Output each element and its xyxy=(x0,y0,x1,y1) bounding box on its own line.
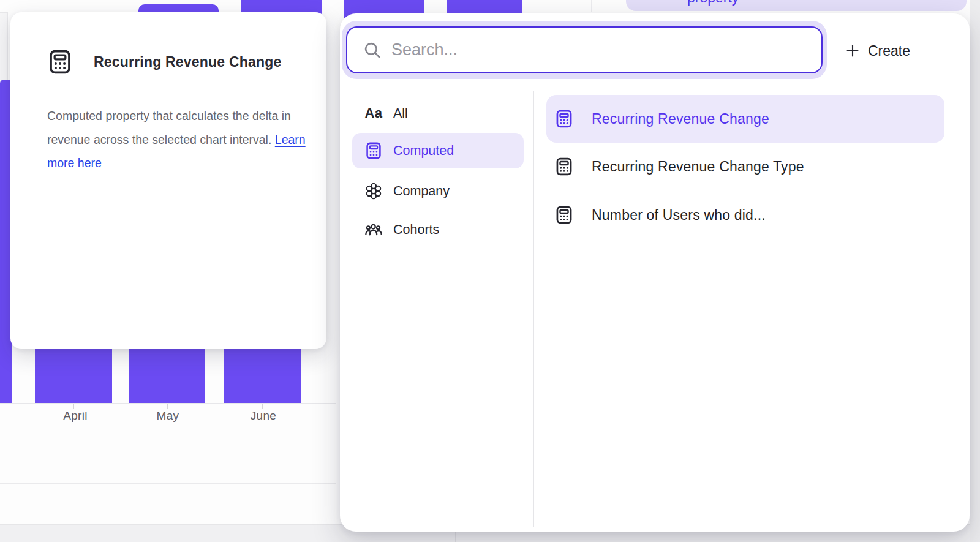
result-recurring-revenue-change-type[interactable]: Recurring Revenue Change Type xyxy=(546,143,944,190)
property-select-modal: Create Aa All Computed xyxy=(340,13,970,532)
search-focus-ring xyxy=(342,21,827,79)
axis-tick xyxy=(167,404,168,409)
chart-bottom-border xyxy=(0,483,336,484)
calculator-icon xyxy=(554,108,575,129)
company-cluster-icon xyxy=(363,181,384,201)
category-label: Computed xyxy=(393,143,454,159)
category-label: All xyxy=(393,106,408,121)
axis-label-april: April xyxy=(63,409,88,423)
tooltip-title: Recurring Revenue Change xyxy=(94,54,281,70)
calculator-icon xyxy=(363,140,384,161)
clipped-dropdown-text: property xyxy=(687,0,739,6)
property-tooltip-card: Recurring Revenue Change Computed proper… xyxy=(10,12,326,349)
modal-divider xyxy=(533,91,534,527)
page-right-strip xyxy=(970,0,980,542)
search-input[interactable] xyxy=(391,40,812,59)
cohorts-people-icon xyxy=(363,219,384,240)
axis-tick xyxy=(73,404,74,409)
calculator-icon xyxy=(554,156,575,177)
category-label: Company xyxy=(393,184,450,199)
text-format-icon: Aa xyxy=(363,103,384,124)
background-panel-corner xyxy=(0,12,8,80)
category-all[interactable]: Aa All xyxy=(352,96,524,131)
result-label: Number of Users who did... xyxy=(592,207,766,224)
axis-tick xyxy=(262,404,263,409)
category-company[interactable]: Company xyxy=(352,173,524,209)
background-panel-edge xyxy=(591,0,592,12)
search-box[interactable] xyxy=(346,26,823,73)
create-button-label: Create xyxy=(868,43,910,59)
result-recurring-revenue-change[interactable]: Recurring Revenue Change xyxy=(546,95,944,143)
category-cohorts[interactable]: Cohorts xyxy=(352,212,524,247)
axis-label-june: June xyxy=(251,409,276,423)
result-number-of-users-who-did[interactable]: Number of Users who did... xyxy=(546,191,944,239)
axis-label-may: May xyxy=(157,409,179,423)
clipped-dropdown-row[interactable]: property xyxy=(626,0,967,11)
screen: April May June property R xyxy=(0,0,980,542)
tooltip-description: Computed property that calculates the de… xyxy=(47,104,314,175)
category-label: Cohorts xyxy=(393,222,439,238)
result-label: Recurring Revenue Change Type xyxy=(592,159,804,175)
tooltip-header: Recurring Revenue Change xyxy=(46,48,281,76)
calculator-icon xyxy=(554,205,575,225)
category-computed[interactable]: Computed xyxy=(352,133,524,168)
result-label: Recurring Revenue Change xyxy=(592,111,769,127)
search-icon xyxy=(362,40,383,61)
plus-icon xyxy=(845,43,860,58)
calculator-icon xyxy=(46,48,74,76)
create-button[interactable]: Create xyxy=(839,35,916,67)
